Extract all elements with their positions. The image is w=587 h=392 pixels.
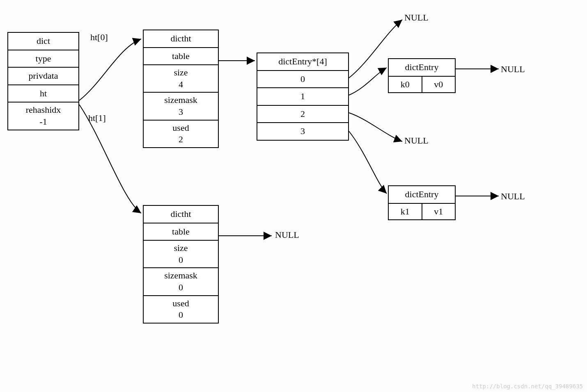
arrow-slot2-to-null — [349, 113, 402, 141]
dictht1-mask-label: sizemask — [164, 270, 197, 280]
dictht0-size-label: size — [174, 67, 188, 77]
entry1-v: v1 — [422, 204, 455, 219]
entry-slot-2: 2 — [257, 106, 348, 123]
entry0-v: v0 — [422, 77, 455, 92]
dict-field-rehashidx: rehashidx -1 — [8, 103, 78, 129]
dictht1-title: dictht — [144, 206, 218, 223]
dictht0-used: used 2 — [144, 121, 218, 147]
rehash-label: rehashidx — [26, 105, 61, 115]
dictht0-mask-label: sizemask — [164, 95, 197, 105]
dict-field-ht: ht — [8, 85, 78, 103]
dictht0-used-label: used — [172, 123, 189, 133]
dict-field-type: type — [8, 50, 78, 68]
dictht0-mask-value: 3 — [179, 107, 183, 117]
dictht1-mask-value: 0 — [179, 282, 183, 292]
arrow-ht-to-dictht0 — [79, 39, 141, 100]
ht1-label: ht[1] — [88, 113, 106, 123]
null-top: NULL — [404, 12, 429, 23]
entry-slot-0: 0 — [257, 71, 348, 89]
entry0-kv: k0 v0 — [389, 77, 455, 92]
dictht0-mask: sizemask 3 — [144, 93, 218, 120]
ht0-label: ht[0] — [90, 32, 108, 43]
dictht1-mask: sizemask 0 — [144, 268, 218, 296]
entry0-box: dictEntry k0 v0 — [388, 58, 456, 93]
arrow-slot3-to-entry1 — [349, 131, 387, 194]
rehash-value: -1 — [39, 116, 47, 127]
entry1-title: dictEntry — [389, 186, 455, 204]
watermark: http://blog.csdn.net/qq_39489635 — [472, 383, 583, 390]
dictht0-size-value: 4 — [179, 79, 183, 89]
dictht0-title: dictht — [144, 30, 218, 48]
dictht1-size: size 0 — [144, 241, 218, 268]
null-ht1: NULL — [275, 230, 299, 240]
dictht1-box: dictht table size 0 sizemask 0 used 0 — [143, 205, 219, 324]
dictht1-table: table — [144, 223, 218, 241]
dictht0-size: size 4 — [144, 65, 218, 93]
entry1-box: dictEntry k1 v1 — [388, 185, 456, 220]
null-slot2: NULL — [404, 135, 429, 146]
entry1-k: k1 — [389, 204, 422, 219]
entry-array-title: dictEntry*[4] — [257, 53, 348, 71]
dict-field-privdata: privdata — [8, 68, 78, 85]
dictht0-table: table — [144, 48, 218, 66]
dictht0-box: dictht table size 4 sizemask 3 used 2 — [143, 30, 219, 148]
entry0-k: k0 — [389, 77, 422, 92]
entry-slot-3: 3 — [257, 123, 348, 140]
null-entry0: NULL — [501, 64, 525, 75]
entry1-kv: k1 v1 — [389, 204, 455, 219]
null-entry1: NULL — [501, 191, 525, 202]
dictht1-size-value: 0 — [179, 255, 183, 265]
dictht1-used-label: used — [172, 298, 189, 308]
dictht0-used-value: 2 — [179, 134, 183, 144]
dictht1-size-label: size — [174, 243, 188, 253]
entry-array-box: dictEntry*[4] 0 1 2 3 — [257, 52, 349, 141]
entry0-title: dictEntry — [389, 59, 455, 77]
dictht1-used: used 0 — [144, 296, 218, 323]
entry-slot-1: 1 — [257, 88, 348, 106]
dictht1-used-value: 0 — [179, 310, 183, 320]
arrow-slot1-to-entry0 — [349, 68, 387, 95]
dict-title: dict — [8, 33, 78, 50]
dict-box: dict type privdata ht rehashidx -1 — [7, 32, 79, 130]
